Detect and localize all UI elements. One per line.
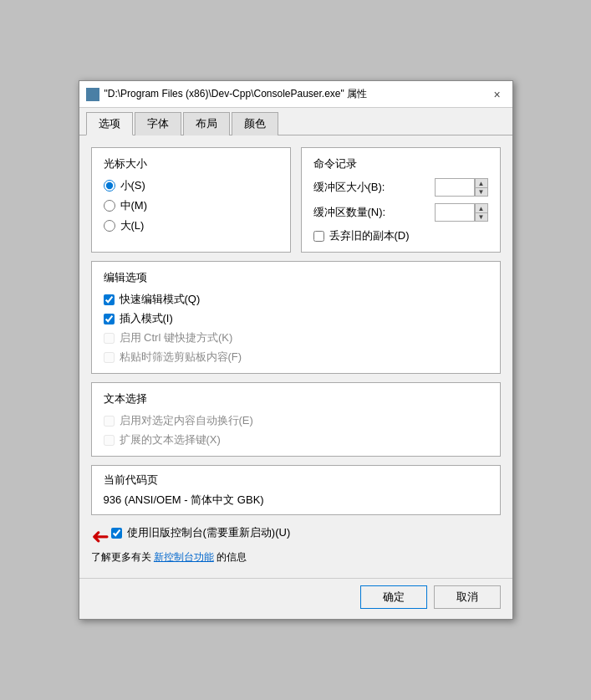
buffer-count-arrows: ▲ ▼ [475,203,488,222]
legacy-console-option[interactable]: 使用旧版控制台(需要重新启动)(U) [111,525,291,540]
title-bar: "D:\Program Files (x86)\Dev-Cpp\ConsoleP… [79,81,512,108]
cursor-medium-option[interactable]: 中(M) [104,198,278,213]
text-sel-0-checkbox [104,416,115,427]
edit-option-0-label: 快速编辑模式(Q) [120,292,201,307]
buffer-count-input[interactable]: 4 [435,203,475,222]
buffer-size-label: 缓冲区大小(B): [313,180,385,195]
cmd-record-title: 命令记录 [313,156,488,171]
text-sel-option-0: 启用对选定内容自动换行(E) [104,413,488,428]
info-row: 了解更多有关 新控制台功能 的信息 [91,550,501,565]
content-area: 光标大小 小(S) 中(M) 大(L) [79,135,512,578]
buffer-count-up-arrow[interactable]: ▲ [475,203,488,212]
legacy-console-label: 使用旧版控制台(需要重新启动)(U) [127,525,291,540]
cursor-large-option[interactable]: 大(L) [104,218,278,233]
codepage-panel: 当前代码页 936 (ANSI/OEM - 简体中文 GBK) [91,465,501,515]
top-panels: 光标大小 小(S) 中(M) 大(L) [91,147,501,253]
cursor-small-option[interactable]: 小(S) [104,178,278,193]
edit-option-2-checkbox [104,333,115,344]
legacy-console-checkbox[interactable] [111,528,122,539]
close-button[interactable]: × [489,86,506,103]
cursor-size-title: 光标大小 [104,156,278,171]
cursor-medium-radio[interactable] [104,200,115,212]
buffer-size-down-arrow[interactable]: ▼ [475,187,488,197]
red-arrow-icon: ➜ [91,525,110,547]
text-selection-title: 文本选择 [104,391,488,406]
ok-button[interactable]: 确定 [360,585,427,609]
cursor-size-panel: 光标大小 小(S) 中(M) 大(L) [91,147,291,253]
buffer-size-arrows: ▲ ▼ [475,178,488,197]
edit-option-0[interactable]: 快速编辑模式(Q) [104,292,488,307]
buffer-size-row: 缓冲区大小(B): 50 ▲ ▼ [313,178,488,197]
discard-old-label: 丢弃旧的副本(D) [329,228,410,243]
buffer-size-input[interactable]: 50 [435,178,475,197]
cursor-large-radio[interactable] [104,220,115,232]
cursor-small-radio[interactable] [104,180,115,192]
text-sel-1-checkbox [104,435,115,446]
tab-bar: 选项 字体 布局 颜色 [79,108,512,135]
text-selection-list: 启用对选定内容自动换行(E) 扩展的文本选择键(X) [104,413,488,447]
edit-options-list: 快速编辑模式(Q) 插入模式(I) 启用 Ctrl 键快捷方式(K) 粘贴时筛选… [104,292,488,365]
buffer-count-spinbox: 4 ▲ ▼ [435,203,488,222]
buffer-count-row: 缓冲区数量(N): 4 ▲ ▼ [313,203,488,222]
tab-layout[interactable]: 布局 [183,112,230,135]
codepage-value: 936 (ANSI/OEM - 简体中文 GBK) [104,493,488,508]
codepage-title: 当前代码页 [104,473,488,488]
app-icon [86,88,99,101]
discard-old-option[interactable]: 丢弃旧的副本(D) [313,228,488,243]
edit-options-title: 编辑选项 [104,270,488,285]
text-sel-0-label: 启用对选定内容自动换行(E) [120,413,253,428]
edit-option-1-checkbox[interactable] [104,314,115,324]
title-text: "D:\Program Files (x86)\Dev-Cpp\ConsoleP… [104,87,368,101]
edit-option-2: 启用 Ctrl 键快捷方式(K) [104,330,488,345]
new-console-link[interactable]: 新控制台功能 [154,551,214,563]
buffer-count-label: 缓冲区数量(N): [313,205,386,220]
cursor-size-group: 小(S) 中(M) 大(L) [104,178,278,233]
edit-option-2-label: 启用 Ctrl 键快捷方式(K) [120,330,233,345]
buffer-count-down-arrow[interactable]: ▼ [475,212,488,222]
cancel-button[interactable]: 取消 [434,585,501,609]
buffer-size-up-arrow[interactable]: ▲ [475,178,488,187]
edit-option-3: 粘贴时筛选剪贴板内容(F) [104,350,488,365]
text-sel-option-1: 扩展的文本选择键(X) [104,432,488,447]
edit-option-3-checkbox [104,352,115,363]
tab-font[interactable]: 字体 [135,112,181,135]
cursor-medium-label: 中(M) [120,198,148,213]
text-selection-panel: 文本选择 启用对选定内容自动换行(E) 扩展的文本选择键(X) [91,382,501,457]
discard-old-checkbox[interactable] [313,231,324,242]
edit-option-1[interactable]: 插入模式(I) [104,311,488,326]
tab-color[interactable]: 颜色 [232,112,278,135]
edit-option-3-label: 粘贴时筛选剪贴板内容(F) [120,350,242,365]
cursor-large-label: 大(L) [120,218,145,233]
buffer-size-spinbox: 50 ▲ ▼ [435,178,488,197]
info-text-after: 的信息 [217,551,247,563]
info-text-before: 了解更多有关 [91,551,151,563]
edit-option-0-checkbox[interactable] [104,294,115,305]
cmd-record-panel: 命令记录 缓冲区大小(B): 50 ▲ ▼ 缓冲区数量(N): [301,147,501,253]
legacy-section: ➜ 使用旧版控制台(需要重新启动)(U) 了解更多有关 新控制台功能 的信息 [91,525,501,565]
button-row: 确定 取消 [79,578,512,619]
cursor-small-label: 小(S) [120,178,145,193]
text-sel-1-label: 扩展的文本选择键(X) [120,432,221,447]
tab-options[interactable]: 选项 [86,112,133,135]
edit-options-panel: 编辑选项 快速编辑模式(Q) 插入模式(I) 启用 Ctrl 键快捷方式(K) [91,261,501,374]
edit-option-1-label: 插入模式(I) [120,311,173,326]
